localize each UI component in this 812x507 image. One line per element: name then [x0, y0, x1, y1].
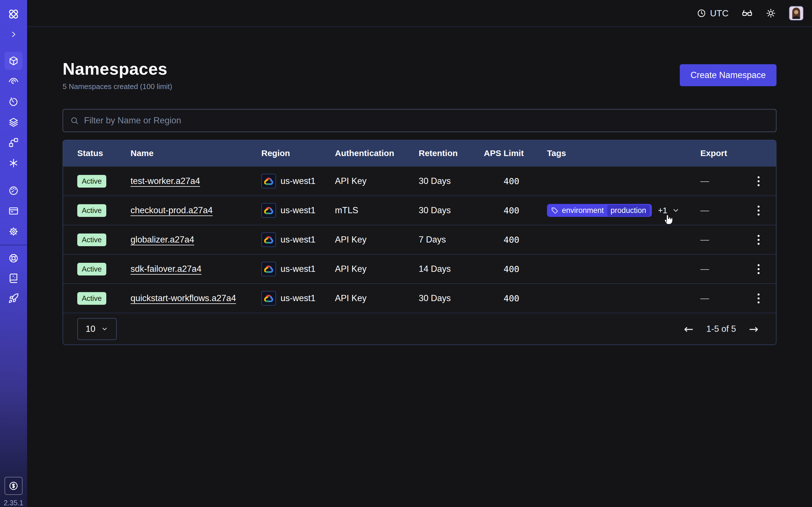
- row-menu-button[interactable]: [755, 262, 762, 277]
- gcp-region-icon: [261, 203, 276, 218]
- sidebar-nav-workflow[interactable]: [4, 133, 22, 152]
- export-value: —: [700, 293, 709, 303]
- avatar-image: [790, 6, 803, 20]
- region-label: us-west1: [281, 264, 315, 274]
- page-size-value: 10: [86, 324, 95, 334]
- page-size-select[interactable]: 10: [77, 318, 117, 340]
- credits-button[interactable]: [4, 477, 22, 495]
- pagination-bar: 10 ← 1-5 of 5 →: [63, 313, 776, 344]
- region-label: us-west1: [281, 205, 315, 216]
- sidebar-nav-billing[interactable]: [4, 202, 22, 220]
- region-label: us-west1: [281, 176, 315, 186]
- auth-method: API Key: [335, 235, 419, 245]
- table-row: Active sdk-failover.a27a4 us-west1 API K…: [63, 254, 776, 283]
- sidebar-nav-docs[interactable]: [4, 269, 22, 287]
- retention: 14 Days: [419, 264, 484, 274]
- gcp-region-icon: [261, 174, 276, 188]
- aps-limit: 400: [484, 176, 547, 186]
- temporal-logo-icon: [7, 8, 20, 20]
- search-icon: [70, 116, 79, 125]
- region-label: us-west1: [281, 293, 315, 303]
- sidebar-nav-layers[interactable]: [4, 113, 22, 131]
- prev-page-button[interactable]: ←: [684, 323, 694, 335]
- status-badge: Active: [77, 175, 106, 187]
- row-menu-button[interactable]: [755, 173, 762, 189]
- sidebar-nav-namespaces[interactable]: [4, 52, 22, 70]
- workflow-icon: [8, 137, 19, 148]
- tag-chip[interactable]: environment production: [547, 204, 652, 217]
- theme-toggle[interactable]: [766, 8, 776, 18]
- sidebar-nav-support[interactable]: [4, 249, 22, 267]
- sidebar-nav-settings[interactable]: [4, 223, 22, 240]
- sidebar-collapse-button[interactable]: [4, 25, 22, 43]
- gear-icon: [8, 226, 19, 237]
- auth-method: API Key: [335, 293, 419, 303]
- export-value: —: [700, 205, 709, 215]
- page-range: 1-5 of 5: [706, 324, 736, 334]
- rocket-icon: [8, 293, 19, 304]
- export-value: —: [700, 176, 709, 186]
- table-row: Active globalizer.a27a4 us-west1 API Key…: [63, 225, 776, 254]
- namespace-link[interactable]: sdk-failover.a27a4: [131, 264, 202, 274]
- col-region: Region: [261, 149, 335, 158]
- cube-icon: [8, 55, 19, 66]
- book-sparkles-icon: [8, 273, 19, 284]
- namespace-link[interactable]: globalizer.a27a4: [131, 235, 194, 244]
- col-tags: Tags: [547, 149, 700, 158]
- labs-toggle[interactable]: [742, 8, 753, 19]
- status-badge: Active: [77, 292, 106, 305]
- namespace-link[interactable]: quickstart-workflows.a27a4: [131, 293, 236, 303]
- row-menu-button[interactable]: [755, 291, 762, 306]
- aps-limit: 400: [484, 235, 547, 245]
- sidebar-nav-usage[interactable]: [4, 182, 22, 200]
- sidebar-nav-eye[interactable]: [4, 72, 22, 90]
- mouse-cursor: [663, 212, 674, 227]
- col-aps-limit: APS Limit: [484, 149, 547, 158]
- chevron-down-icon: [101, 325, 108, 333]
- retention: 30 Days: [419, 293, 484, 303]
- sidebar-divider: [0, 245, 27, 245]
- next-page-button[interactable]: →: [749, 323, 758, 335]
- namespace-link[interactable]: checkout-prod.a27a4: [131, 205, 213, 215]
- page-title: Namespaces: [63, 59, 167, 78]
- col-name: Name: [131, 149, 261, 158]
- gcp-region-icon: [261, 262, 276, 276]
- sidebar-nav-getting-started[interactable]: [4, 289, 22, 307]
- table-row: Active quickstart-workflows.a27a4 us-wes…: [63, 283, 776, 313]
- create-namespace-button[interactable]: Create Namespace: [680, 64, 776, 86]
- row-menu-button[interactable]: [755, 203, 762, 218]
- money-badge-icon: [8, 481, 19, 491]
- sidebar-nav-asterisk[interactable]: [4, 154, 22, 172]
- col-export: Export: [700, 149, 741, 158]
- auth-method: mTLS: [335, 205, 419, 216]
- table-row: Active test-worker.a27a4 us-west1 API Ke…: [63, 166, 776, 195]
- retention: 30 Days: [419, 176, 484, 186]
- namespaces-table: Status Name Region Authentication Retent…: [63, 140, 776, 345]
- col-retention: Retention: [419, 149, 484, 158]
- tag-key: environment: [562, 206, 604, 215]
- namespace-link[interactable]: test-worker.a27a4: [131, 176, 200, 186]
- gcp-region-icon: [261, 232, 276, 247]
- namespace-count: 5 Namespaces created (100 limit): [63, 82, 172, 91]
- asterisk-icon: [8, 158, 19, 168]
- temporal-logo[interactable]: [4, 5, 22, 23]
- status-badge: Active: [77, 204, 106, 217]
- glasses-icon: [742, 8, 753, 19]
- row-menu-button[interactable]: [755, 232, 762, 247]
- export-value: —: [700, 264, 709, 274]
- col-authentication: Authentication: [335, 149, 419, 158]
- timezone-selector[interactable]: UTC: [697, 8, 728, 18]
- export-value: —: [700, 235, 709, 244]
- filter-bar: [63, 109, 776, 132]
- billing-card-icon: [8, 206, 19, 216]
- sidebar-nav-timer[interactable]: [4, 93, 22, 111]
- life-buoy-icon: [8, 253, 19, 264]
- auth-method: API Key: [335, 176, 419, 186]
- tag-icon: [551, 207, 559, 214]
- filter-input[interactable]: [84, 115, 769, 126]
- timer-icon: [8, 97, 19, 107]
- status-badge: Active: [77, 263, 106, 276]
- user-avatar[interactable]: [789, 6, 804, 20]
- eye-icon: [8, 76, 19, 87]
- col-status: Status: [77, 149, 131, 158]
